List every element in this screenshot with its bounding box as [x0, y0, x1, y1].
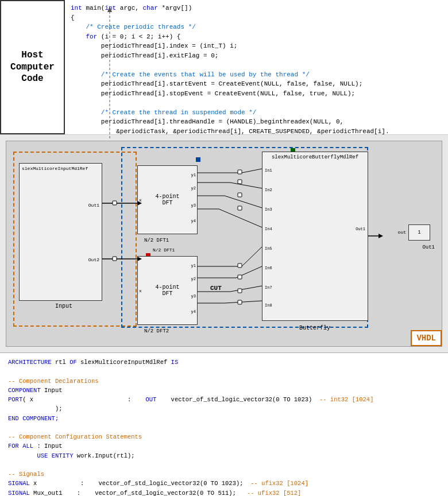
vhdl-line-component: COMPONENT Input — [8, 386, 440, 395]
code-line: int main(int argc, char *argv[]) — [71, 3, 442, 13]
bf-in4: In4 — [265, 227, 272, 231]
code-line: periodicThread[i].index = (int_T) i; — [71, 41, 442, 51]
vhdl-line-end-comp: END COMPONENT; — [8, 414, 440, 423]
out2-port: Out2 — [88, 257, 99, 262]
dft1-y3: y3 — [191, 203, 196, 208]
vhdl-line-use: USE ENTITY work.Input(rtl); — [8, 451, 440, 460]
code-block: int main(int argc, char *argv[]) { /* Cr… — [65, 0, 448, 134]
dft1-x-port: x — [139, 197, 142, 203]
bf-in5: In5 — [265, 246, 272, 251]
code-line: /* Create the events that will be used b… — [71, 70, 442, 80]
dft2-y2: y2 — [191, 277, 196, 281]
code-line — [71, 60, 442, 70]
input-block-label: Input — [55, 303, 72, 309]
svg-marker-21 — [379, 234, 383, 238]
input-ref-label: slexMulticoreInputMdlRef — [22, 166, 88, 171]
dft2-y3: y3 — [191, 294, 196, 299]
bf-in8: In8 — [265, 303, 272, 308]
top-section: HostComputerCode int main(int argc, char… — [0, 0, 448, 135]
middle-section: slexMulticoreInputMdlRef Out1 Out2 Input… — [0, 135, 448, 353]
bf-in1: In1 — [265, 168, 272, 173]
vhdl-code-section: ARCHITECTURE rtl OF slexMulticoreInputMd… — [0, 353, 448, 496]
host-label: HostComputerCode — [0, 0, 65, 134]
dft1-block: 4-pointDFT x y1 y2 y3 y4 — [137, 165, 198, 234]
dft1-inner-label: 4-pointDFT — [155, 193, 179, 206]
input-block: slexMulticoreInputMdlRef Out1 Out2 — [19, 163, 102, 301]
out1-block-label: Out1 — [422, 245, 435, 250]
blue-indicator-dft1 — [196, 157, 200, 162]
dft1-y2: y2 — [191, 186, 196, 191]
vhdl-line-1: ARCHITECTURE rtl OF slexMulticoreInputMd… — [8, 358, 440, 367]
out1-block: 1 — [408, 224, 430, 241]
vhdl-label: VHDL — [411, 330, 442, 346]
butterfly-ref-label: slexMulticoreButterflyMdlRef — [272, 154, 358, 160]
vhdl-line-blank3 — [8, 460, 440, 470]
vhdl-line-blank2 — [8, 423, 440, 432]
dft2-y1: y1 — [191, 264, 196, 268]
dft1-y4: y4 — [191, 219, 196, 223]
code-line: periodicThread[i].stopEvent = CreateEven… — [71, 89, 442, 99]
code-line: /* Create periodic threads */ — [71, 22, 442, 32]
code-line: periodicThread[i].threadHandle = (HANDLE… — [71, 117, 442, 127]
cut-label: CUT — [210, 285, 222, 292]
dft2-block: 4-pointDFT x y1 y2 y3 y4 — [137, 256, 198, 325]
dft1-block-label: N/2 DFT1 — [144, 238, 169, 243]
code-line: for (i = 0; i < 2; i++) { — [71, 32, 442, 42]
vhdl-line-comment2: -- Component Configuration Statements — [8, 432, 440, 441]
vhdl-line-comment1: -- Component Declarations — [8, 377, 440, 386]
host-label-text: HostComputerCode — [10, 49, 55, 85]
bf-in3: In3 — [265, 207, 272, 212]
bf-in6: In6 — [265, 266, 272, 270]
vhdl-signal-mux: SIGNAL Mux_out1 : vector_of_std_logic_ve… — [8, 489, 440, 496]
out1-out-label: out — [398, 230, 406, 235]
dft2-inner-label: 4-pointDFT — [155, 284, 179, 297]
dft1-y1: y1 — [191, 173, 196, 177]
vhdl-line-for: FOR ALL : Input — [8, 441, 440, 451]
code-line: &periodicTask, &periodicThread[i], CREAT… — [71, 127, 442, 135]
butterfly-block: slexMulticoreButterflyMdlRef In1 In2 In3… — [262, 152, 368, 321]
vhdl-line-comment3: -- Signals — [8, 470, 440, 479]
dft2-y4: y4 — [191, 309, 196, 314]
dft2-x-port: x — [139, 288, 142, 293]
bf-out1: Out1 — [356, 227, 365, 231]
code-line — [71, 98, 442, 108]
vhdl-line-blank — [8, 367, 440, 376]
vhdl-line-port-close: ); — [8, 404, 440, 413]
out1-port: Out1 — [88, 203, 99, 208]
butterfly-block-label: Butterfly — [299, 325, 330, 331]
bf-in2: In2 — [265, 188, 272, 192]
dft2-block-label: N/2 DFT2 — [144, 328, 169, 334]
code-line: { — [71, 13, 442, 23]
code-line: /* Create the thread in suspended mode *… — [71, 108, 442, 118]
vhdl-signal-x: SIGNAL x : vector_of_std_logic_vector32(… — [8, 479, 440, 488]
code-line: periodicThread[i].startEvent = CreateEve… — [71, 79, 442, 89]
vhdl-line-port: PORT( x : OUT vector_of_std_logic_vector… — [8, 395, 440, 404]
out1-inner: 1 — [418, 230, 420, 235]
bf-in7: In7 — [265, 285, 272, 290]
diagram-canvas: slexMulticoreInputMdlRef Out1 Out2 Input… — [6, 141, 442, 347]
code-line: periodicThread[i].exitFlag = 0; — [71, 51, 442, 61]
